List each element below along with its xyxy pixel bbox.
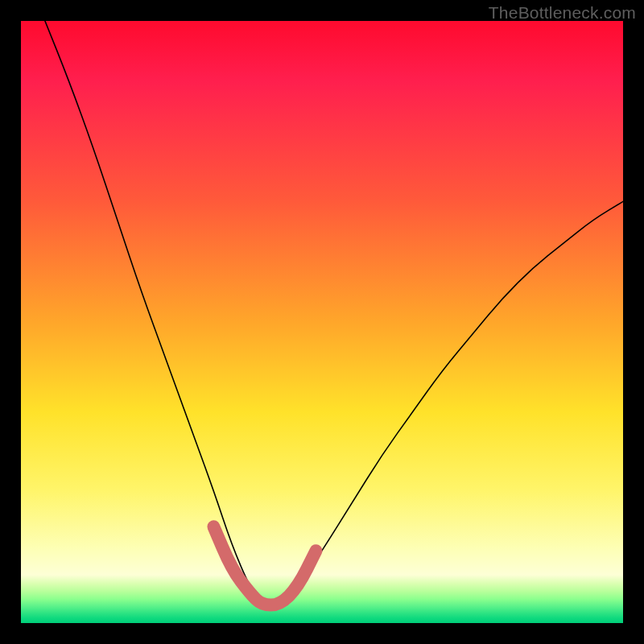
plot-area xyxy=(21,21,623,623)
watermark-text: TheBottleneck.com xyxy=(489,3,636,23)
bottleneck-curve xyxy=(45,21,623,605)
chart-stage: TheBottleneck.com xyxy=(0,0,644,644)
curve-layer xyxy=(21,21,623,623)
optimal-range-highlight xyxy=(213,526,316,605)
